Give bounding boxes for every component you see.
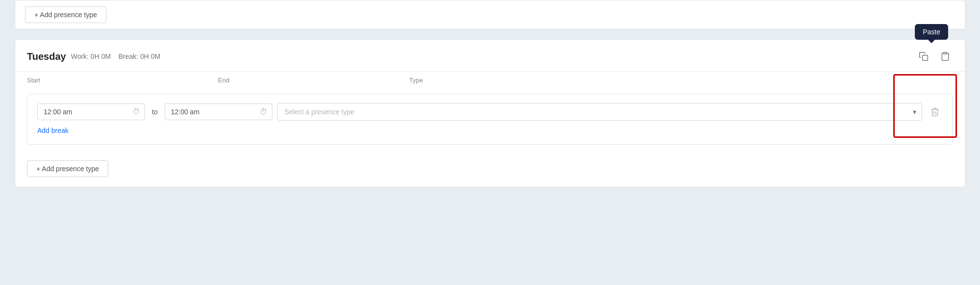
bottom-add-presence-area: + Add presence type xyxy=(15,153,965,187)
time-inputs-row: ⏱ to ⏱ Select a presence type ▾ xyxy=(37,103,943,121)
top-add-presence-label: + Add presence type xyxy=(34,11,97,19)
bottom-add-presence-button[interactable]: + Add presence type xyxy=(27,160,108,177)
presence-select-wrapper: Select a presence type ▾ xyxy=(277,103,922,121)
col-end-label: End xyxy=(218,77,404,84)
trash-icon xyxy=(930,107,940,117)
tuesday-title-area: Tuesday Work: 0H 0M Break: 0H 0M xyxy=(27,51,160,62)
start-time-input[interactable] xyxy=(37,104,145,120)
copy-icon xyxy=(919,52,929,61)
to-label: to xyxy=(150,108,160,116)
presence-type-select[interactable]: Select a presence type xyxy=(277,103,922,121)
add-break-button[interactable]: Add break xyxy=(37,124,69,137)
bottom-add-presence-label: + Add presence type xyxy=(36,165,99,173)
tuesday-header: Tuesday Work: 0H 0M Break: 0H 0M Paste xyxy=(15,40,965,72)
paste-button[interactable] xyxy=(937,49,953,64)
paste-icon xyxy=(940,52,950,61)
tuesday-day-label: Tuesday xyxy=(27,51,66,62)
tuesday-header-actions: Paste xyxy=(916,49,953,64)
svg-rect-1 xyxy=(944,52,947,54)
paste-tooltip: Paste xyxy=(915,24,948,40)
top-add-presence-button[interactable]: + Add presence type xyxy=(25,6,106,23)
col-type-label: Type xyxy=(409,77,953,84)
start-time-wrapper: ⏱ xyxy=(37,104,145,120)
time-row-container: ⏱ to ⏱ Select a presence type ▾ xyxy=(15,89,965,153)
svg-rect-0 xyxy=(923,55,928,61)
time-row-card: ⏱ to ⏱ Select a presence type ▾ xyxy=(27,94,953,145)
column-headers: Start End Type xyxy=(15,72,965,89)
page-container: + Add presence type Tuesday Work: 0H 0M … xyxy=(0,0,980,285)
delete-row-button[interactable] xyxy=(927,104,943,120)
col-start-label: Start xyxy=(27,77,213,84)
top-add-presence-card: + Add presence type xyxy=(15,0,965,29)
copy-button[interactable] xyxy=(916,49,931,64)
tuesday-work-label: Work: 0H 0M Break: 0H 0M xyxy=(71,52,161,60)
end-time-wrapper: ⏱ xyxy=(165,104,272,120)
end-time-input[interactable] xyxy=(165,104,272,120)
tuesday-card: Tuesday Work: 0H 0M Break: 0H 0M Paste xyxy=(15,39,965,187)
